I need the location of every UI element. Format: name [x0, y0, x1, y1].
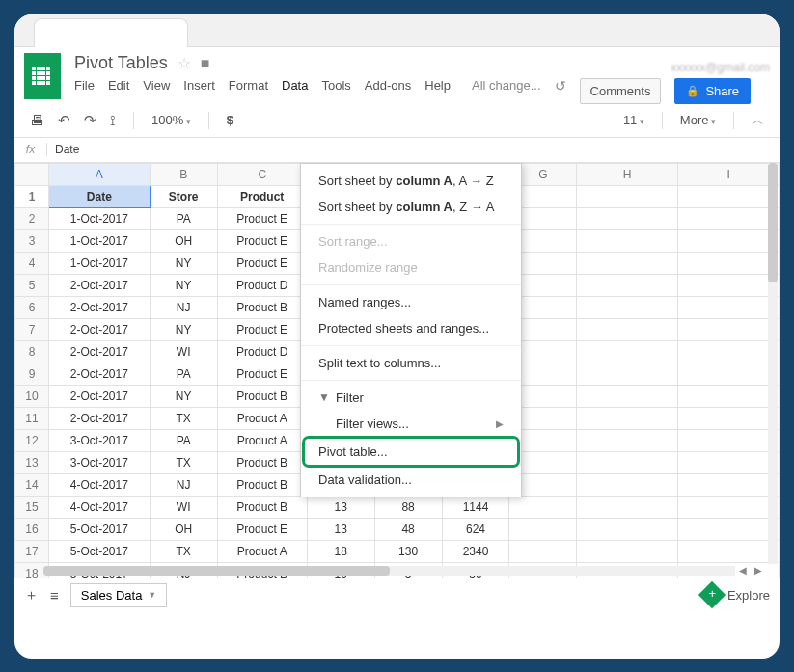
cell[interactable]: Product E	[217, 207, 307, 229]
menu-help[interactable]: Help	[424, 78, 451, 104]
menu-protected[interactable]: Protected sheets and ranges...	[301, 315, 521, 341]
cell[interactable]	[577, 429, 678, 451]
all-changes-saved[interactable]: All change...	[472, 78, 541, 104]
cell[interactable]: Product A	[217, 429, 307, 451]
cell[interactable]: Product B	[217, 296, 307, 318]
menu-pivot-table[interactable]: Pivot table...	[305, 439, 517, 465]
menu-named-ranges[interactable]: Named ranges...	[301, 289, 521, 315]
cell[interactable]: OH	[150, 518, 217, 540]
cell[interactable]: Product D	[217, 340, 307, 363]
cell[interactable]: NY	[150, 318, 217, 340]
row-header[interactable]: 1	[15, 185, 49, 207]
cell[interactable]	[678, 229, 780, 252]
row-header[interactable]: 6	[15, 296, 49, 318]
cell[interactable]: WI	[150, 340, 217, 363]
explore-button[interactable]: Explore	[702, 585, 770, 605]
document-title[interactable]: Pivot Tables	[74, 53, 168, 73]
cell[interactable]: 1-Oct-2017	[48, 229, 150, 252]
cell[interactable]: 2-Oct-2017	[48, 296, 150, 318]
cell[interactable]: Product D	[217, 274, 307, 296]
cell[interactable]	[577, 340, 678, 363]
cell[interactable]	[577, 363, 678, 385]
cell[interactable]: Product E	[217, 518, 307, 540]
cell[interactable]: NY	[150, 252, 217, 274]
cell[interactable]: Product B	[217, 496, 307, 518]
vertical-scrollbar[interactable]	[766, 163, 780, 564]
cell[interactable]: 1144	[442, 496, 509, 518]
cell[interactable]	[678, 451, 780, 473]
cell[interactable]	[577, 207, 678, 229]
cell[interactable]: Product E	[217, 252, 307, 274]
undo-icon[interactable]: ↶	[58, 112, 70, 129]
cell[interactable]	[577, 185, 678, 207]
col-header-H[interactable]: H	[577, 163, 678, 185]
all-sheets-icon[interactable]: ≡	[50, 587, 59, 604]
cell[interactable]: WI	[150, 496, 217, 518]
cell[interactable]: TX	[150, 540, 217, 562]
cell[interactable]: PA	[150, 207, 217, 229]
cell[interactable]: 5-Oct-2017	[48, 518, 150, 540]
cell[interactable]: NJ	[150, 473, 217, 496]
row-header[interactable]: 15	[15, 496, 49, 518]
cell[interactable]: 88	[374, 496, 442, 518]
cell[interactable]	[678, 296, 780, 318]
cell[interactable]: 4-Oct-2017	[48, 473, 150, 496]
row-header[interactable]: 17	[15, 540, 49, 562]
scroll-right-icon[interactable]: ▶	[751, 565, 766, 576]
cell[interactable]: Product B	[217, 473, 307, 496]
cell[interactable]	[577, 407, 678, 429]
select-all-cell[interactable]	[15, 163, 49, 185]
row-header[interactable]: 5	[15, 274, 49, 296]
add-sheet-icon[interactable]: ＋	[24, 586, 39, 605]
cell[interactable]	[678, 473, 780, 496]
horizontal-scrollbar[interactable]: ◀ ▶	[43, 564, 766, 578]
cell[interactable]: Product E	[217, 363, 307, 385]
cell[interactable]: 2-Oct-2017	[48, 318, 150, 340]
cell[interactable]	[577, 274, 678, 296]
cell[interactable]: Product B	[217, 451, 307, 473]
row-header[interactable]: 14	[15, 473, 49, 496]
cell[interactable]: NJ	[150, 296, 217, 318]
cell[interactable]: 1-Oct-2017	[48, 207, 150, 229]
cell[interactable]: 5-Oct-2017	[48, 540, 150, 562]
cell[interactable]	[509, 540, 577, 562]
share-button[interactable]: 🔒Share	[674, 78, 751, 104]
cell[interactable]: TX	[150, 451, 217, 473]
row-header[interactable]: 4	[15, 252, 49, 274]
cell[interactable]: Product E	[217, 318, 307, 340]
menu-sort-za[interactable]: Sort sheet by column A, Z → A	[301, 194, 521, 220]
menu-filter[interactable]: ▼Filter	[301, 385, 521, 411]
cell[interactable]: OH	[150, 229, 217, 252]
row-header[interactable]: 2	[15, 207, 49, 229]
cell[interactable]	[678, 407, 780, 429]
col-header-A[interactable]: A	[48, 163, 150, 185]
cell[interactable]: Product A	[217, 407, 307, 429]
browser-tab[interactable]	[34, 18, 188, 47]
cell[interactable]	[678, 540, 780, 562]
scroll-left-icon[interactable]: ◀	[735, 565, 751, 576]
cell[interactable]: 2-Oct-2017	[48, 274, 150, 296]
cell[interactable]	[577, 385, 678, 407]
menu-insert[interactable]: Insert	[183, 78, 215, 104]
cell[interactable]	[577, 252, 678, 274]
font-size-select[interactable]: 11	[623, 113, 644, 127]
cell[interactable]	[577, 473, 678, 496]
cell[interactable]	[678, 385, 780, 407]
menu-format[interactable]: Format	[229, 78, 268, 104]
cell[interactable]: 2-Oct-2017	[48, 407, 150, 429]
folder-icon[interactable]: ■	[201, 55, 210, 72]
paint-format-icon[interactable]: ⟟	[110, 112, 116, 129]
more-toolbar-button[interactable]: More	[680, 113, 716, 127]
row-header[interactable]: 13	[15, 451, 49, 473]
collapse-toolbar-icon[interactable]: ︿	[752, 112, 764, 129]
cell[interactable]	[678, 252, 780, 274]
menu-addons[interactable]: Add-ons	[365, 78, 411, 104]
col-header-C[interactable]: C	[217, 163, 307, 185]
cell[interactable]: 18	[307, 540, 374, 562]
cell[interactable]: NY	[150, 274, 217, 296]
menu-filter-views[interactable]: Filter views...▶	[301, 411, 521, 437]
col-header-B[interactable]: B	[150, 163, 217, 185]
cell[interactable]	[678, 207, 780, 229]
cell[interactable]	[678, 429, 780, 451]
cell[interactable]: Date	[48, 185, 150, 207]
